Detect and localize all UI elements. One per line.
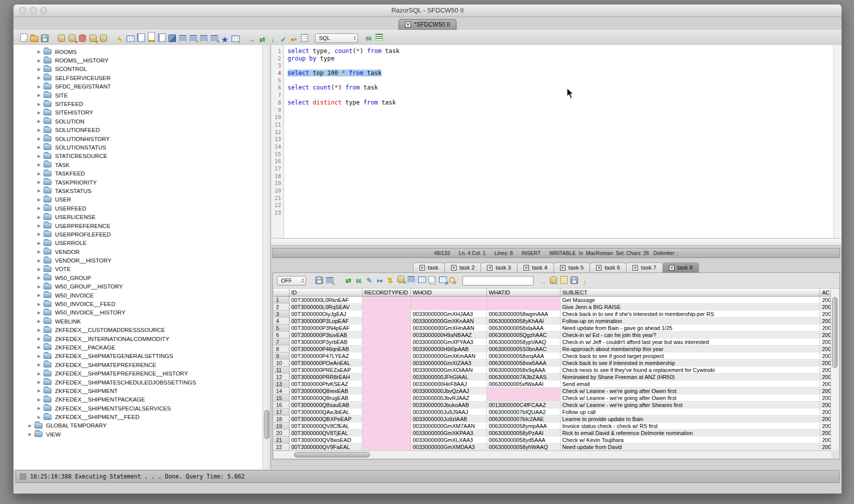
table-row[interactable]: 700T3000000P3yrbEAB0033000000GmXPYAA3006… (274, 338, 831, 346)
table-cell[interactable]: 200 (820, 388, 831, 394)
table-cell[interactable]: 0033000000GmXPYAA3 (410, 338, 486, 346)
sidebar-item-solutionhistory[interactable]: ▶SOLUTIONHISTORY (14, 134, 263, 143)
sql-history-icon[interactable]: ✎ (209, 33, 220, 44)
row-number-cell[interactable]: 5 (274, 324, 289, 332)
table-cell[interactable]: Follow-up on nomination (560, 318, 820, 324)
table-cell[interactable]: 006300000058xw5AAA (486, 360, 560, 366)
row-number-cell[interactable]: 20 (274, 430, 289, 436)
expand-triangle-icon[interactable]: ▶ (36, 50, 42, 54)
table-row[interactable]: 1600T3000000Q8sauEAB0033000000JbukoAAB00… (274, 402, 831, 408)
edit-cell-icon[interactable]: ✎ (364, 276, 374, 286)
column-header-subject[interactable]: SUBJECT (560, 288, 820, 296)
table-cell[interactable] (410, 304, 486, 310)
table-cell[interactable] (362, 374, 410, 380)
table-cell[interactable]: 200 (820, 324, 831, 332)
table-cell[interactable] (362, 416, 410, 422)
sidebar-item-zkfedex-shipmentspecialservices[interactable]: ▶ZKFEDEX__SHIPMENTSPECIALSERVICES (14, 404, 263, 412)
table-cell[interactable]: 006300000058xrqAAA (486, 352, 560, 360)
table-cell[interactable] (410, 296, 486, 304)
table-cell[interactable]: Check-in w/ Ed - can he join this year? (560, 332, 820, 338)
table-cell[interactable]: 0033000000JbukoAAB (410, 402, 486, 408)
table-cell[interactable]: 006300000058yKhAAI (486, 318, 560, 324)
row-number-cell[interactable]: 1 (274, 296, 289, 304)
expand-triangle-icon[interactable]: ▶ (36, 250, 42, 254)
table-cell[interactable]: 00T3000000QV8wsEAD (289, 436, 362, 444)
table-cell[interactable]: 0033000000GmXOiAAN (410, 366, 486, 374)
expand-triangle-icon[interactable]: ▶ (36, 372, 42, 376)
table-cell[interactable]: 00T3000000P3N4pEAF (289, 324, 362, 332)
table-row[interactable]: 400T3000000P3LopEAF0033000000GmXKnAAN006… (274, 318, 831, 324)
table-cell[interactable] (362, 324, 410, 332)
table-row[interactable]: 2200T3000000QV9FaEAL0033000000GmXMDAA300… (274, 444, 831, 450)
execute-fetch-icon[interactable]: ⇄ (257, 34, 268, 44)
table-cell[interactable]: Check back to see if interested in membe… (560, 360, 820, 366)
table-cell[interactable]: 006300000058ypVAAQ (486, 338, 560, 346)
table-cell[interactable] (362, 430, 410, 436)
table-cell[interactable]: 006300000058ympAAA (486, 422, 560, 430)
tab-close-icon[interactable]: ✕ (405, 22, 411, 28)
table-cell[interactable]: 00630000005xfWaAAI (486, 380, 560, 388)
database-browser-icon[interactable] (156, 32, 167, 43)
row-number-cell[interactable]: 12 (274, 374, 289, 380)
table-cell[interactable] (362, 380, 410, 388)
table-cell[interactable]: Nominated by Shane Freeman at ANZ (HR50) (560, 374, 820, 380)
row-number-cell[interactable]: 14 (274, 388, 289, 394)
sidebar-item-user[interactable]: ▶USER (14, 196, 263, 204)
expand-triangle-icon[interactable]: ▶ (36, 319, 42, 324)
tab-close-icon[interactable]: ✕ (524, 265, 529, 270)
column-header-recordtypeid[interactable]: RECORDTYPEID (362, 288, 410, 296)
execute-sql-icon[interactable]: → (246, 34, 257, 44)
table-cell[interactable] (362, 360, 410, 366)
row-number-cell[interactable]: 17 (274, 408, 289, 416)
describe-table-icon[interactable]: 66 (364, 34, 374, 44)
sidebar-item-zkfedex-shipment-feed[interactable]: ▶ZKFEDEX__SHIPMENT__FEED (14, 412, 263, 421)
table-cell[interactable] (362, 444, 410, 450)
new-file-icon[interactable] (18, 32, 29, 43)
table-row[interactable]: 2000T3000000QV8TjEAL0033000000GmXKPAA300… (274, 430, 831, 436)
table-cell[interactable]: 0033000000Ju9zlAAB (410, 416, 486, 422)
table-cell[interactable]: 00T3000000PREZaEAP (289, 366, 362, 374)
row-number-header[interactable] (274, 288, 289, 296)
connections-icon[interactable] (77, 33, 88, 44)
row-list-icon[interactable] (406, 274, 416, 285)
sidebar-item-solutionstatus[interactable]: ▶SOLUTIONSTATUS (14, 143, 263, 152)
table-cell[interactable] (362, 304, 410, 310)
table-cell[interactable]: Re-approach about membership this year (560, 346, 820, 352)
table-cell[interactable]: 0033000000GmXKmAAN (410, 352, 486, 360)
table-row[interactable]: 900T3000000P47LYEAZ0033000000GmXKmAAN006… (274, 352, 831, 360)
table-cell[interactable]: 00630000005QgzhAAC (486, 332, 560, 338)
expand-triangle-icon[interactable]: ▶ (36, 380, 42, 384)
table-cell[interactable]: Give Jenn a BIG RAISE (560, 304, 820, 310)
table-cell[interactable]: 200 (820, 444, 831, 450)
editor-horizontal-scrollbar[interactable] (271, 238, 842, 246)
table-cell[interactable]: 0033000000GmXMDAA3 (410, 444, 486, 450)
sidebar-item-zkfedex-shipmategeneralsettings[interactable]: ▶ZKFEDEX__SHIPMATEGENERALSETTINGS (14, 352, 263, 360)
table-cell[interactable]: 0033000000JbvRJAAZ (410, 394, 486, 402)
sidebar-item-zkfedex-customaddresssource[interactable]: ▶ZKFEDEX__CUSTOMADDRESSSOURCE (14, 326, 263, 334)
table-cell[interactable]: 0033000000GmXKPAA3 (410, 430, 486, 436)
edit-mode-select[interactable]: OFF ▲▼ (277, 276, 306, 286)
edit-results-icon[interactable]: ✎ (324, 276, 335, 286)
open-file-icon[interactable] (29, 33, 40, 44)
execution-log-icon[interactable] (299, 32, 310, 43)
table-cell[interactable]: 00T3000000P47LYEAZ (289, 352, 362, 360)
sidebar-item-zkfedex-package[interactable]: ▶ZKFEDEX__PACKAGE (14, 343, 263, 352)
expand-triangle-icon[interactable]: ▶ (36, 388, 42, 393)
sidebar-item-rooms-history[interactable]: ▶ROOMS__HISTORY (14, 56, 263, 64)
database-icon[interactable] (98, 33, 108, 44)
table-cell[interactable]: Check w/ Leanne - we're going after Owen… (560, 388, 820, 394)
expand-triangle-icon[interactable]: ▶ (36, 154, 42, 158)
sidebar-item-vote[interactable]: ▶VOTE (14, 265, 263, 274)
results-table[interactable]: IDRECORDTYPEIDWHOIDWHATIDSUBJECTAC100T30… (274, 288, 831, 450)
save-all-results-icon[interactable] (569, 275, 580, 286)
table-cell[interactable]: 200 (820, 416, 831, 422)
expand-triangle-icon[interactable]: ▶ (36, 310, 42, 315)
table-cell[interactable]: 00T3000000Q8rugEAB (289, 394, 362, 402)
tab-close-icon[interactable]: ✕ (451, 265, 456, 270)
results-search-input[interactable] (462, 276, 534, 286)
sidebar-item-global-temporary[interactable]: ▶GLOBAL TEMPORARY (14, 422, 263, 430)
table-cell[interactable]: 200 (820, 360, 831, 366)
expand-triangle-icon[interactable]: ▶ (36, 136, 42, 141)
expand-triangle-icon[interactable]: ▶ (26, 432, 34, 436)
results-vscroll-thumb[interactable] (832, 297, 838, 368)
